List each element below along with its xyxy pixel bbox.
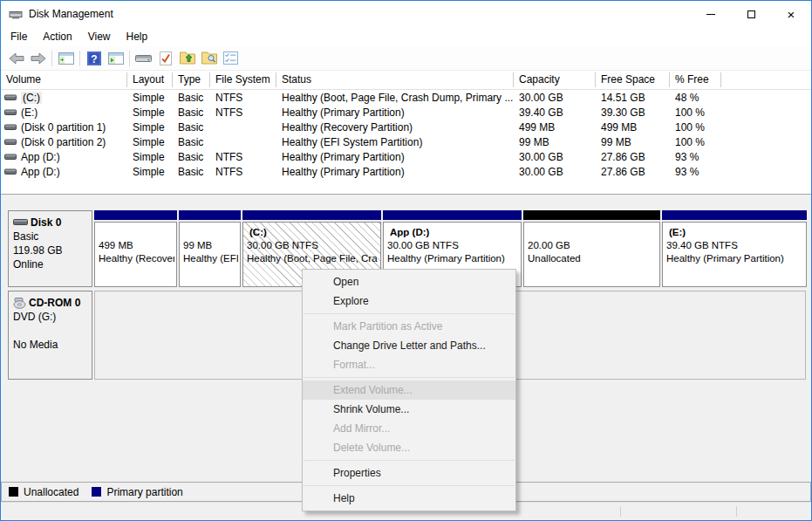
cdrom-0-name: CD-ROM 0 [29,296,80,310]
volume-icon [4,154,17,161]
minimize-button[interactable] [691,1,731,27]
close-button[interactable]: × [771,1,811,27]
forward-button[interactable] [27,48,49,68]
folder-search-button[interactable] [198,48,220,68]
menu-help[interactable]: Help [119,28,156,45]
forward-icon [31,52,46,65]
context-properties[interactable]: Properties [303,463,515,483]
context-add-mirror[interactable]: Add Mirror... [303,419,515,438]
legend-label: Primary partition [106,486,182,498]
column-header-file-system[interactable]: File System [210,72,276,87]
volume-icon [4,124,17,131]
back-icon [9,52,24,65]
show-console-tree-icon [58,52,74,65]
context-help[interactable]: Help [303,489,515,508]
partition-status: Healthy (Primary Partition) [387,252,519,265]
volume-row-disk-0-partition-2[interactable]: (Disk 0 partition 2)SimpleBasicHealthy (… [1,134,811,149]
layout-cell: Simple [127,92,173,104]
volume-row-e[interactable]: (E:)SimpleBasicNTFSHealthy (Primary Part… [1,105,811,120]
volume-name: App (D:) [21,166,60,178]
column-header-status[interactable]: Status [276,72,514,87]
volume-drive-icon [4,154,17,161]
disk-tool-button[interactable] [133,48,154,68]
status-cell: Healthy (Primary Partition) [276,151,514,163]
volume-row-disk-0-partition-1[interactable]: (Disk 0 partition 1)SimpleBasicHealthy (… [1,120,811,134]
free-space-cell: 27.86 GB [596,151,670,163]
context-open[interactable]: Open [303,272,515,291]
column-header-type[interactable]: Type [173,72,210,87]
check-disk-button[interactable] [154,48,176,68]
show-console-tree-button[interactable] [55,48,77,68]
disk-0-name: Disk 0 [31,216,61,230]
partition-healthy-recovery-partition[interactable]: 499 MBHealthy (Recovery Partition) [94,210,177,287]
percent-free-cell: 93 % [670,166,721,178]
free-space-cell: 99 MB [596,136,670,148]
column-header-layout[interactable]: Layout [127,72,173,87]
partition-label [183,226,238,239]
context-extend-volume[interactable]: Extend Volume... [303,380,515,400]
folder-up-button[interactable] [176,48,198,68]
menu-file[interactable]: File [3,28,35,45]
type-cell: Basic [173,136,210,148]
volume-row-c[interactable]: (C:)SimpleBasicNTFSHealthy (Boot, Page F… [1,90,811,105]
cd-rom-icon [13,298,26,309]
partition-size: 499 MB [99,239,174,252]
volume-list-rows: (C:)SimpleBasicNTFSHealthy (Boot, Page F… [1,90,811,179]
partition-status: Healthy (Boot, Page File, Cra [247,252,379,265]
svg-text:?: ? [91,52,97,65]
context-change-drive-letter-and-paths[interactable]: Change Drive Letter and Paths... [303,336,515,355]
partition-color-band [523,210,660,220]
context-explore[interactable]: Explore [303,291,515,311]
column-header-free-space[interactable]: Free Space [596,72,670,87]
properties-list-button[interactable] [220,48,242,68]
toolbar-separator [51,51,52,66]
column-header-capacity[interactable]: Capacity [514,72,596,87]
close-icon: × [788,8,795,21]
partition-healthy-efi-system-partition[interactable]: 99 MBHealthy (EFI System Partition) [179,210,241,287]
partition-unallocated[interactable]: 20.00 GBUnallocated [523,210,660,287]
percent-free-cell: 100 % [670,121,721,134]
maximize-button[interactable] [731,1,771,27]
cdrom-0-info[interactable]: CD-ROM 0 DVD (G:) No Media [8,291,92,380]
menu-action[interactable]: Action [35,28,79,45]
status-cell: Healthy (Primary Partition) [276,166,514,178]
status-cell: Healthy (Boot, Page File, Crash Dump, Pr… [276,92,514,104]
volume-row-app-d[interactable]: App (D:)SimpleBasicNTFSHealthy (Primary … [1,149,811,164]
column-header-volume[interactable]: Volume [1,72,127,87]
disk-0-info[interactable]: Disk 0 Basic 119.98 GB Online [8,210,92,287]
menu-separator [304,377,515,378]
menu-view[interactable]: View [80,28,119,45]
spacer [13,324,89,338]
status-cell: Healthy (EFI System Partition) [276,136,514,148]
partition-status: Healthy (Recovery Partition) [99,252,174,265]
layout-cell: Simple [127,121,173,134]
capacity-cell: 30.00 GB [514,166,596,178]
context-menu: OpenExploreMark Partition as ActiveChang… [302,269,516,511]
folder-up-icon [180,51,195,65]
checklist-icon [223,51,238,65]
context-delete-volume[interactable]: Delete Volume... [303,438,515,457]
partition-size: 30.00 GB NTFS [387,239,519,252]
volume-row-app-d[interactable]: App (D:)SimpleBasicNTFSHealthy (Primary … [1,164,811,179]
status-cell: Healthy (Recovery Partition) [276,121,514,134]
menu-separator [304,485,515,486]
disk-0-title: Disk 0 [13,216,89,230]
volume-list-header: VolumeLayoutTypeFile SystemStatusCapacit… [1,71,811,90]
toolbar: ? [1,46,811,71]
partition-label [99,226,174,239]
column-header-free[interactable]: % Free [670,72,721,87]
show-action-pane-button[interactable] [105,48,126,68]
title-bar: Disk Management × [1,1,811,27]
capacity-cell: 499 MB [514,121,596,134]
context-mark-partition-as-active[interactable]: Mark Partition as Active [303,317,515,336]
legend-swatch [92,487,101,497]
layout-cell: Simple [127,136,173,148]
help-button[interactable]: ? [83,48,105,68]
partition-e[interactable]: (E:)39.40 GB NTFSHealthy (Primary Partit… [662,210,807,287]
folder-search-icon [201,51,217,65]
partition-color-band [179,210,241,220]
context-shrink-volume[interactable]: Shrink Volume... [303,400,515,419]
pane-splitter[interactable] [1,195,811,207]
context-format[interactable]: Format... [303,355,515,374]
back-button[interactable] [5,48,27,68]
